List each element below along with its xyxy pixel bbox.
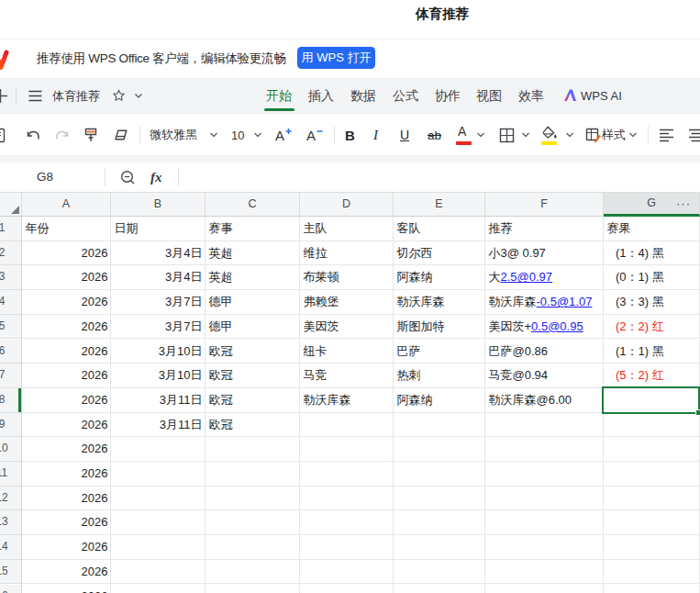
cell-E9[interactable] [394,413,485,438]
row-header-3[interactable]: 3 [0,265,22,290]
cell-G5[interactable]: (2：2) 红 [604,315,700,340]
row-header-9[interactable]: 9 [0,413,22,438]
cell-G11[interactable] [604,462,700,487]
cell-D10[interactable] [300,437,394,462]
cell-C6[interactable]: 欧冠 [206,340,300,364]
cell-E14[interactable] [394,535,485,560]
cell-G14[interactable] [604,535,700,560]
tab-view[interactable]: 视图 [476,79,502,113]
cell-E7[interactable]: 热刺 [394,364,485,388]
row-header-13[interactable]: 13 [0,510,22,535]
tip-link[interactable]: -0.5@1.07 [537,295,593,308]
tab-efficiency[interactable]: 效率 [518,79,544,113]
tab-collaborate[interactable]: 协作 [435,79,461,113]
cell-E1[interactable]: 客队 [394,217,485,241]
eraser-icon[interactable] [112,114,129,156]
cell-G7[interactable]: (5：2) 红 [604,364,700,388]
cell-G12[interactable] [604,487,700,511]
cell-C12[interactable] [206,487,300,511]
cell-D11[interactable] [300,462,394,487]
cell-F12[interactable] [485,487,604,511]
fill-color-chevron-icon[interactable] [565,114,574,156]
borders-icon[interactable] [499,114,515,156]
wps-ai-label[interactable]: WPS AI [581,79,622,113]
cell-A8[interactable]: 2026 [22,388,111,413]
cell-A11[interactable]: 2026 [22,462,111,487]
cell-G13[interactable] [604,510,700,535]
cell-C4[interactable]: 德甲 [206,290,300,315]
cell-C3[interactable]: 英超 [206,265,300,290]
cell-F6[interactable]: 巴萨@0.86 [485,340,604,364]
cell-F8[interactable]: 勒沃库森@6.00 [485,388,604,413]
row-header-12[interactable]: 12 [0,487,22,511]
cell-A6[interactable]: 2026 [22,340,111,364]
cell-style-chevron-icon[interactable] [628,114,638,156]
cell-D1[interactable]: 主队 [300,217,394,241]
column-header-D[interactable]: D [300,193,394,217]
redo-icon[interactable] [54,114,71,156]
cell-B9[interactable]: 3月11日 [111,413,206,438]
tab-data[interactable]: 数据 [350,79,376,113]
doc-chevron-down-icon[interactable] [133,79,144,113]
cell-C9[interactable]: 欧冠 [206,413,300,438]
bold-button[interactable]: B [345,114,355,156]
cell-A16[interactable]: 2026 [22,585,111,593]
column-header-F[interactable]: F [485,193,604,217]
cell-E16[interactable] [394,585,485,593]
cell-B4[interactable]: 3月7日 [111,290,206,315]
cell-B10[interactable] [111,437,206,462]
cell-G3[interactable]: (0：1) 黑 [604,265,700,290]
row-header-14[interactable]: 14 [0,535,22,560]
cell-A3[interactable]: 2026 [22,265,111,290]
cell-E15[interactable] [394,560,485,585]
cell-C8[interactable]: 欧冠 [206,388,300,413]
wps-ai-icon[interactable] [562,79,577,113]
cell-C7[interactable]: 欧冠 [206,364,300,388]
cell-B7[interactable]: 3月10日 [111,364,206,388]
cell-F16[interactable] [485,585,604,593]
italic-button[interactable]: I [373,114,378,156]
cell-A12[interactable]: 2026 [22,487,111,511]
more-columns-icon[interactable]: ··· [676,193,691,214]
decrease-font-icon[interactable]: A [306,114,326,156]
cell-B14[interactable] [111,535,206,560]
cell-F2[interactable]: 小3@ 0.97 [485,241,604,266]
cell-A5[interactable]: 2026 [22,315,111,340]
hamburger-menu-icon[interactable] [28,79,42,113]
tip-link[interactable]: 0.5@0.95 [531,319,583,333]
cell-F1[interactable]: 推荐 [485,217,604,241]
cell-A2[interactable]: 2026 [22,241,111,266]
cell-F11[interactable] [485,462,604,487]
clipped-paste-icon[interactable] [0,114,6,156]
cell-style-icon[interactable] [585,114,602,156]
row-header-1[interactable]: 1 [0,217,22,241]
cell-A14[interactable]: 2026 [22,535,111,560]
cell-F15[interactable] [485,560,604,585]
font-name-select[interactable]: 微软雅黑 [150,114,197,156]
underline-button[interactable]: U [400,114,409,156]
cell-F7[interactable]: 马竞@0.94 [485,364,604,388]
cell-E12[interactable] [394,487,485,511]
borders-chevron-icon[interactable] [521,114,530,156]
cell-B11[interactable] [111,462,206,487]
undo-icon[interactable] [25,114,41,156]
cell-D3[interactable]: 布莱顿 [300,265,394,290]
new-tab-plus-icon[interactable] [0,79,7,113]
cell-E4[interactable]: 勒沃库森 [394,290,485,315]
column-header-B[interactable]: B [111,193,206,217]
cell-D13[interactable] [300,510,394,535]
cell-B8[interactable]: 3月11日 [111,388,206,413]
cell-B5[interactable]: 3月7日 [111,315,206,340]
column-header-E[interactable]: E [394,193,485,217]
increase-font-icon[interactable]: A [274,114,294,156]
cell-G2[interactable]: (1：4) 黑 [604,241,700,266]
cell-E3[interactable]: 阿森纳 [394,265,485,290]
tab-formula[interactable]: 公式 [393,79,418,113]
cell-D5[interactable]: 美因茨 [300,315,394,340]
cell-F14[interactable] [485,535,604,560]
cell-B6[interactable]: 3月10日 [111,340,206,364]
format-painter-icon[interactable] [83,114,99,156]
cell-D8[interactable]: 勒沃库森 [300,388,394,413]
row-header-5[interactable]: 5 [0,315,22,340]
fx-insert-function[interactable]: fx [150,162,162,192]
